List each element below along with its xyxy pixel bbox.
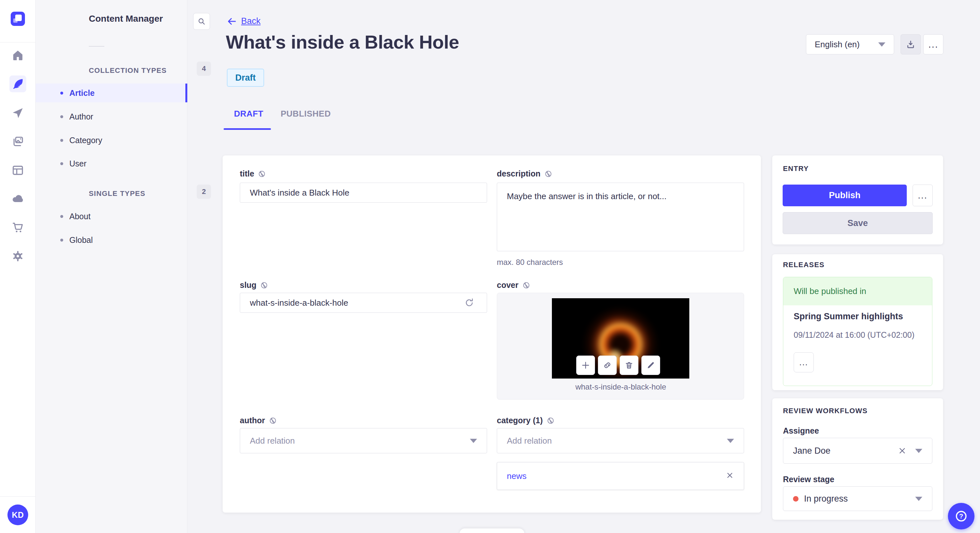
releases-icon[interactable]: [11, 106, 25, 120]
tab-published[interactable]: PUBLISHED: [281, 109, 331, 119]
chevron-down-icon: [470, 439, 477, 443]
sidebar-item-label: User: [69, 159, 86, 168]
back-label: Back: [241, 16, 261, 26]
download-button[interactable]: [900, 34, 921, 54]
stage-value: In progress: [804, 494, 848, 504]
cover-copy-link-button[interactable]: [598, 355, 617, 375]
sidebar-item-global[interactable]: Global: [36, 230, 187, 249]
release-card: Will be published in Spring Summer highl…: [783, 277, 932, 386]
globe-icon: [258, 170, 266, 178]
release-more-button[interactable]: ...: [794, 352, 814, 373]
cloud-icon[interactable]: [11, 192, 25, 206]
download-icon: [906, 40, 915, 49]
chevron-down-icon: [915, 497, 922, 501]
description-hint: max. 80 characters: [497, 258, 563, 267]
cover-field-label: cover: [497, 281, 530, 290]
bullet-icon: [60, 162, 63, 165]
search-button[interactable]: [193, 13, 210, 30]
releases-panel: RELEASES Will be published in Spring Sum…: [772, 254, 943, 390]
settings-gear-icon[interactable]: [11, 249, 25, 263]
help-button[interactable]: ?: [948, 503, 975, 530]
release-date: 09/11/2024 at 16:00 (UTC+02:00): [794, 330, 915, 339]
cover-edit-button[interactable]: [641, 355, 660, 375]
stage-status-dot: [793, 496, 799, 501]
sidebar-item-label: Global: [69, 235, 93, 245]
header-more-button[interactable]: ...: [923, 34, 943, 54]
title-input[interactable]: [240, 182, 487, 203]
assignee-value: Jane Doe: [793, 446, 830, 456]
cover-delete-button[interactable]: [620, 355, 638, 375]
entry-form-card: title description Maybe the answer is in…: [223, 155, 761, 512]
sidebar-item-author[interactable]: Author: [36, 107, 187, 126]
category-field-label: category (1): [497, 416, 555, 425]
trash-icon: [625, 361, 633, 370]
link-icon: [603, 361, 612, 370]
entry-more-button[interactable]: ...: [913, 185, 933, 206]
remove-relation-button[interactable]: [725, 471, 734, 481]
rail-divider: [0, 42, 36, 43]
sidebar-item-label: About: [69, 212, 91, 221]
content-manager-icon[interactable]: [10, 75, 26, 92]
sidebar-item-about[interactable]: About: [36, 207, 187, 226]
plus-icon: [581, 361, 590, 370]
globe-icon: [260, 281, 268, 289]
bullet-icon: [60, 239, 63, 241]
help-icon: ?: [954, 509, 968, 523]
category-relation-combobox[interactable]: Add relation: [497, 428, 744, 453]
chevron-down-icon: [727, 439, 734, 443]
author-field-label: author: [240, 416, 277, 425]
slug-field-label: slug: [240, 281, 268, 290]
save-button[interactable]: Save: [783, 212, 933, 234]
strapi-logo[interactable]: [11, 12, 25, 26]
sidebar-item-user[interactable]: User: [36, 154, 187, 173]
sidebar-item-article[interactable]: Article: [36, 84, 187, 102]
chevron-down-icon: [878, 43, 885, 47]
bullet-icon: [60, 115, 63, 118]
cover-filename: what-s-inside-a-black-hole: [497, 382, 745, 392]
sidebar-item-label: Author: [69, 112, 93, 121]
release-status: Will be published in: [783, 277, 932, 305]
rail-bottom-divider: [0, 497, 36, 497]
regenerate-slug-button[interactable]: [464, 297, 475, 309]
globe-icon: [544, 170, 552, 178]
entry-heading: ENTRY: [783, 165, 809, 173]
back-link[interactable]: Back: [227, 16, 261, 26]
clear-icon[interactable]: [898, 446, 907, 455]
refresh-icon: [464, 297, 475, 308]
bullet-icon: [60, 139, 63, 142]
locale-value: English (en): [815, 40, 860, 49]
subnav-title: Content Manager: [89, 14, 163, 24]
search-icon: [197, 17, 206, 25]
releases-heading: RELEASES: [783, 261, 824, 269]
content-manager-subnav: Content Manager COLLECTION TYPES 4 Artic…: [36, 0, 187, 533]
review-heading: REVIEW WORKFLOWS: [783, 407, 867, 415]
marketplace-icon[interactable]: [11, 220, 25, 235]
publish-button[interactable]: Publish: [783, 185, 907, 206]
active-tab-underline: [224, 128, 271, 130]
collection-types-label: COLLECTION TYPES: [89, 67, 167, 75]
tab-draft[interactable]: DRAFT: [234, 109, 264, 119]
locale-select[interactable]: English (en): [806, 34, 894, 54]
sidebar-item-category[interactable]: Category: [36, 131, 187, 150]
category-relation-item: news: [497, 462, 744, 490]
globe-icon: [522, 281, 530, 289]
entry-panel: ENTRY Publish ... Save: [772, 155, 943, 244]
home-icon[interactable]: [11, 48, 25, 62]
assignee-select[interactable]: Jane Doe: [783, 438, 932, 464]
relation-news-link[interactable]: news: [507, 471, 527, 481]
globe-icon: [269, 417, 277, 425]
release-name: Spring Summer highlights: [794, 311, 903, 322]
svg-text:?: ?: [959, 512, 963, 520]
cover-add-button[interactable]: [576, 355, 595, 375]
close-icon: [725, 471, 734, 479]
media-library-icon[interactable]: [11, 135, 25, 149]
slug-input[interactable]: [240, 293, 487, 313]
description-textarea[interactable]: Maybe the answer is in this article, or …: [497, 182, 744, 251]
author-relation-combobox[interactable]: Add relation: [240, 428, 487, 453]
user-avatar[interactable]: KD: [8, 504, 28, 525]
author-placeholder: Add relation: [250, 436, 295, 446]
content-type-builder-icon[interactable]: [11, 163, 25, 178]
chevron-down-icon: [915, 449, 922, 453]
globe-icon: [547, 417, 555, 425]
review-stage-select[interactable]: In progress: [783, 486, 932, 511]
